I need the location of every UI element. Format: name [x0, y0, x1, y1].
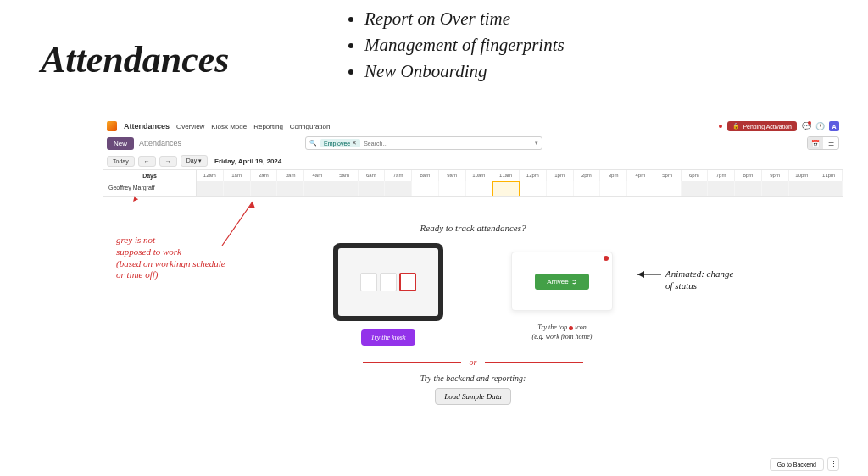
search-input[interactable]	[364, 141, 531, 147]
more-actions-button[interactable]: ⋮	[827, 457, 839, 471]
bullet-item: New Onboarding	[364, 61, 565, 82]
go-backend-group: Go to Backend ⋮	[770, 457, 839, 471]
hour-header: 10pm	[789, 170, 816, 181]
red-dot-icon	[569, 326, 573, 330]
messages-icon[interactable]: 💬	[802, 122, 810, 130]
arrivee-label: Arrivée	[547, 278, 568, 285]
timeline-cell[interactable]	[197, 181, 224, 196]
timeline-cell[interactable]	[492, 181, 520, 196]
timeline-cell[interactable]	[224, 181, 251, 196]
timeline-cell[interactable]	[412, 181, 439, 196]
timeline-cell[interactable]	[331, 181, 359, 196]
status-card: Arrivée ➲ Try the top icon (e.g. work fr…	[511, 243, 613, 341]
hour-header: 1pm	[547, 170, 574, 181]
timeline-cell[interactable]	[735, 181, 762, 196]
hour-header: 1am	[224, 170, 251, 181]
hour-header: 12am	[197, 170, 224, 181]
timeline-cell[interactable]	[815, 181, 843, 196]
clock-icon[interactable]: 🕐	[815, 122, 824, 130]
breadcrumb: Attendances	[139, 139, 181, 147]
timeline-grid: Days 12am 1am 2am 3am 4am 5am 6am 7am 8a…	[103, 169, 843, 197]
timeline-cell[interactable]	[682, 181, 709, 196]
backend-help-text: Try the backend and reporting:	[103, 374, 843, 383]
hour-header: 7pm	[708, 170, 735, 181]
tablet-mockup	[333, 243, 443, 321]
bullet-item: Management of fingerprints	[364, 35, 565, 56]
timeline-cell[interactable]	[251, 181, 278, 196]
nav-configuration[interactable]: Configuration	[290, 123, 331, 130]
bullet-item: Report on Over time	[364, 8, 565, 30]
hour-header: 6am	[359, 170, 386, 181]
lock-icon: 🔒	[732, 123, 740, 130]
hour-header: 5am	[331, 170, 359, 181]
app-logo-icon	[107, 121, 117, 131]
annotation-grey-note: grey is notsupposed to work(based on wor…	[116, 235, 243, 281]
hour-header: 8am	[412, 170, 439, 181]
nav-overview[interactable]: Overview	[176, 123, 204, 130]
search-icon: 🔍	[309, 140, 317, 147]
search-dropdown-caret-icon[interactable]: ▾	[535, 140, 538, 147]
hour-header: 3pm	[600, 170, 627, 181]
timeline-cell[interactable]	[708, 181, 735, 196]
annotation-animated-note: Animated: changeof status	[665, 268, 776, 292]
today-button[interactable]: Today	[107, 156, 135, 167]
tablet-screen	[338, 248, 438, 316]
hour-header: 3am	[277, 170, 304, 181]
timeline-cell[interactable]	[574, 181, 601, 196]
hour-header: 11am	[492, 170, 520, 181]
slide-title: Attendances	[41, 38, 229, 81]
arrivee-button[interactable]: Arrivée ➲	[535, 274, 588, 290]
hour-header: 2pm	[574, 170, 601, 181]
view-calendar-button[interactable]: 📅	[808, 137, 823, 149]
onboarding-area: Ready to track attendances? Try the kios…	[103, 197, 843, 405]
nav-reporting[interactable]: Reporting	[253, 123, 283, 130]
hour-header: 7am	[385, 170, 412, 181]
search-filter-chip[interactable]: Employee ✕	[320, 139, 360, 147]
timeline-cell[interactable]	[385, 181, 412, 196]
timeline-cell[interactable]	[466, 181, 493, 196]
go-backend-button[interactable]: Go to Backend	[770, 458, 824, 471]
app-name: Attendances	[124, 122, 170, 130]
status-dot-icon	[719, 125, 722, 128]
new-button[interactable]: New	[107, 137, 134, 150]
app-frame: Attendances Overview Kiosk Mode Reportin…	[103, 119, 843, 474]
timeline-cell[interactable]	[547, 181, 574, 196]
status-indicator-dot-icon[interactable]	[604, 256, 609, 261]
range-select[interactable]: Day ▾	[181, 155, 208, 167]
chip-label: Employee	[324, 141, 350, 147]
timeline-row-name[interactable]: Geoffrey Margraff	[103, 181, 197, 196]
hour-header: 9am	[439, 170, 466, 181]
chip-remove-icon[interactable]: ✕	[352, 140, 357, 147]
timeline-cell[interactable]	[277, 181, 304, 196]
timeline-cell[interactable]	[789, 181, 816, 196]
view-list-button[interactable]: ☰	[823, 137, 838, 149]
timeline-cell[interactable]	[439, 181, 466, 196]
login-icon: ➲	[571, 278, 577, 285]
load-sample-data-button[interactable]: Load Sample Data	[435, 388, 511, 405]
timeline-cell[interactable]	[304, 181, 331, 196]
timeline-cell[interactable]	[762, 181, 789, 196]
hour-header: 12pm	[520, 170, 547, 181]
days-header: Days	[103, 170, 197, 181]
top-nav: Attendances Overview Kiosk Mode Reportin…	[103, 119, 843, 134]
nav-kiosk-mode[interactable]: Kiosk Mode	[211, 123, 247, 130]
timeline-cell[interactable]	[520, 181, 547, 196]
try-kiosk-button[interactable]: Try the kiosk	[361, 329, 416, 346]
search-bar[interactable]: 🔍 Employee ✕ ▾	[305, 136, 542, 150]
pending-label: Pending Activation	[743, 124, 792, 130]
hour-header: 11pm	[815, 170, 843, 181]
or-divider: or	[363, 357, 583, 367]
timeline-cell[interactable]	[600, 181, 627, 196]
avatar[interactable]: A	[829, 121, 839, 131]
hour-header: 5pm	[654, 170, 682, 181]
prev-button[interactable]: ←	[138, 156, 156, 167]
annotation-employee-pointer: ▸	[133, 193, 138, 205]
timeline-cell[interactable]	[359, 181, 386, 196]
timeline-cell[interactable]	[654, 181, 682, 196]
pending-activation-badge[interactable]: 🔒 Pending Activation	[727, 121, 797, 131]
divider-line	[363, 362, 461, 363]
hour-header: 9pm	[762, 170, 789, 181]
sub-bar: New Attendances 🔍 Employee ✕ ▾ 📅 ☰	[103, 134, 843, 152]
timeline-cell[interactable]	[627, 181, 654, 196]
next-button[interactable]: →	[159, 156, 177, 167]
